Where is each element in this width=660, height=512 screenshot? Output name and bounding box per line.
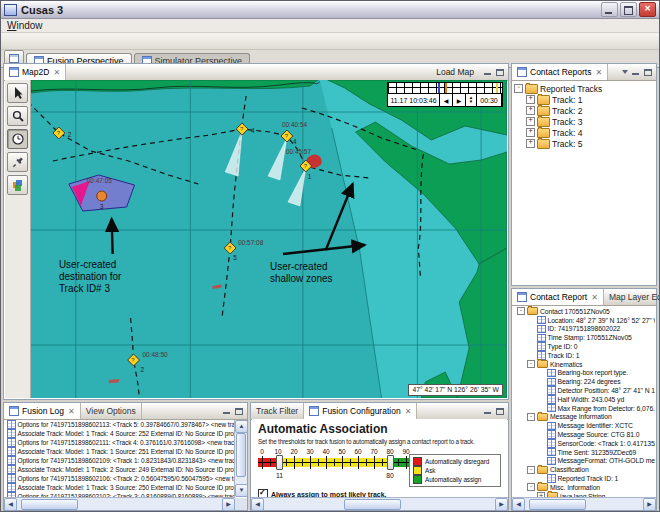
log-entry[interactable]: Associate Track: Model: 1 Track: 2 Sourc… [5,465,234,474]
contact-tree-row[interactable]: - Kinematics [515,360,655,369]
close-icon[interactable] [68,407,75,416]
scroll-left-arrow[interactable] [4,498,17,511]
minimize-view-icon[interactable] [223,407,231,415]
contact-tree-row[interactable]: Location: 48° 27' 39" N 126° 52' 27" W [515,316,655,325]
contact-tree-row[interactable]: - Classification [515,465,655,474]
close-icon[interactable] [595,68,602,77]
minimize-button[interactable] [601,2,618,17]
tab-map2d[interactable]: Map2D [4,64,66,80]
expander-icon[interactable]: + [526,95,535,104]
slider-handle-lower[interactable] [276,455,283,470]
tab-contact-report[interactable]: Contact Report [512,289,604,305]
expander-icon[interactable]: + [526,117,535,126]
interval-field[interactable]: 00:30 [477,94,502,106]
log-entry[interactable]: Associate Track: Model: 1 Track: 4 Sourc… [5,429,234,438]
contact-tree-row[interactable]: Detector Position: 48° 27' 41" N 126° 52… [515,386,655,395]
log-entry[interactable]: Options for 74197151898602113: <Track 5:… [5,420,234,429]
contact-tree-row[interactable]: Max Range from Detector: 6,076.115 yd [515,404,655,413]
expander-icon[interactable]: + [526,139,535,148]
vertical-scrollbar[interactable] [234,420,247,497]
tab-contact-reports[interactable]: Contact Reports [512,64,608,80]
contact-tree-row[interactable]: Time Sent: 312359ZDec69 [515,448,655,457]
layers-tool-button[interactable] [7,175,28,195]
log-entry[interactable]: Associate Track: Model: 1 Track: 1 Sourc… [5,447,234,456]
scrollbar-thumb[interactable] [21,499,78,510]
horizontal-scrollbar[interactable] [251,497,508,510]
log-entry[interactable]: Associate Track: Model: 1 Track: 3 Sourc… [5,483,234,492]
contact-tree-row[interactable]: SensorCode: <Track 1: 0.41713524/0.4171 [515,439,655,448]
scroll-right-arrow[interactable] [495,498,508,511]
contact-tree-row[interactable]: Time Stamp: 170551ZNov05 [515,333,655,342]
scrollbar-thumb[interactable] [344,499,401,510]
load-map-button[interactable]: Load Map [430,67,480,77]
contact-tree-row[interactable]: Reported Track ID: 1 [515,474,655,483]
tab-map-layer-editor[interactable]: Map Layer Editor [604,289,660,305]
close-icon[interactable] [591,293,598,302]
tab-view-options[interactable]: View Options [81,403,142,419]
map-canvas[interactable]: 00:47:05 3 ? 2 ? 4 ? 00:40:54 [31,80,507,398]
close-button[interactable] [639,2,656,17]
slider-handle-upper[interactable] [387,455,394,470]
expander-icon[interactable]: - [527,360,535,368]
contact-tree-row[interactable]: - Misc. Information [515,483,655,492]
tree-root-row[interactable]: - Reported Tracks [514,83,656,94]
expander-icon[interactable]: - [517,307,525,315]
close-icon[interactable] [53,68,60,77]
tab-track-filter[interactable]: Track Filter [251,403,304,419]
horizontal-scrollbar[interactable] [512,497,656,510]
contact-tree-row[interactable]: Type ID: 0 [515,342,655,351]
track-tree-row[interactable]: + Track: 2 [514,105,656,116]
expander-icon[interactable]: - [527,483,535,491]
maximize-view-icon[interactable] [496,408,504,415]
maximize-view-icon[interactable] [644,69,652,76]
scroll-down-arrow[interactable] [235,484,248,497]
scroll-left-arrow[interactable] [251,498,264,511]
contact-tree-row[interactable]: ID: 74197151898602022 [515,325,655,334]
contact-tree-row[interactable]: Track ID: 1 [515,351,655,360]
expander-icon[interactable]: - [514,84,523,93]
view-menu-icon[interactable] [622,70,628,74]
contact-tree-row[interactable]: - Contact 170551ZNov05 [515,307,655,316]
minimize-view-icon[interactable] [484,68,492,76]
scrollbar-thumb[interactable] [529,499,586,510]
log-entry[interactable]: Options for 74197151898602106: <Track 2:… [5,474,234,483]
restore-button[interactable] [620,2,637,17]
contact-tree-row[interactable]: Message Identifier: XCTC [515,421,655,430]
log-entry[interactable]: Options for 74197151898602109: <Track 1:… [5,456,234,465]
scroll-right-arrow[interactable] [222,498,235,511]
log-entry[interactable]: Options for 74197151898602111: <Track 4:… [5,438,234,447]
interval-spinner[interactable]: ▲▼ [466,94,477,106]
horizontal-scrollbar[interactable] [4,497,235,510]
step-back-button[interactable]: ◀ [440,94,453,106]
step-forward-button[interactable]: ▶ [453,94,466,106]
scroll-left-arrow[interactable] [512,498,525,511]
probe-tool-button[interactable] [7,152,28,172]
contact-tree-row[interactable]: Bearing-box report type. [515,369,655,378]
minimize-view-icon[interactable] [484,407,492,415]
scroll-up-arrow[interactable] [235,420,248,433]
track-tree-row[interactable]: + Track: 1 [514,94,656,105]
close-icon[interactable] [405,407,412,416]
track-tree-row[interactable]: + Track: 5 [514,138,656,149]
assign-most-likely-checkbox[interactable] [258,489,268,497]
track-tree-row[interactable]: + Track: 3 [514,116,656,127]
scroll-right-arrow[interactable] [643,498,656,511]
time-slider[interactable] [388,83,502,94]
maximize-view-icon[interactable] [235,408,243,415]
maximize-view-icon[interactable] [496,69,504,76]
time-tool-button[interactable] [7,129,28,149]
scrollbar-thumb[interactable] [236,433,246,477]
expander-icon[interactable]: + [526,128,535,137]
track-tree-row[interactable]: + Track: 4 [514,127,656,138]
expander-icon[interactable]: - [527,466,535,474]
minimize-view-icon[interactable] [632,68,640,76]
contact-tree-row[interactable]: Bearing: 224 degrees [515,377,655,386]
contact-tree-row[interactable]: MessageFormat: OTH-GOLD message forma [515,457,655,466]
contact-tree-row[interactable]: Message Source: CTG 81.0 [515,430,655,439]
pointer-tool-button[interactable] [7,83,28,103]
expander-icon[interactable]: - [527,413,535,421]
menu-window[interactable]: Window [1,20,49,31]
tab-fusion-log[interactable]: Fusion Log [4,403,81,419]
contact-tree-row[interactable]: Half Width: 243.045 yd [515,395,655,404]
zoom-tool-button[interactable] [7,106,28,126]
